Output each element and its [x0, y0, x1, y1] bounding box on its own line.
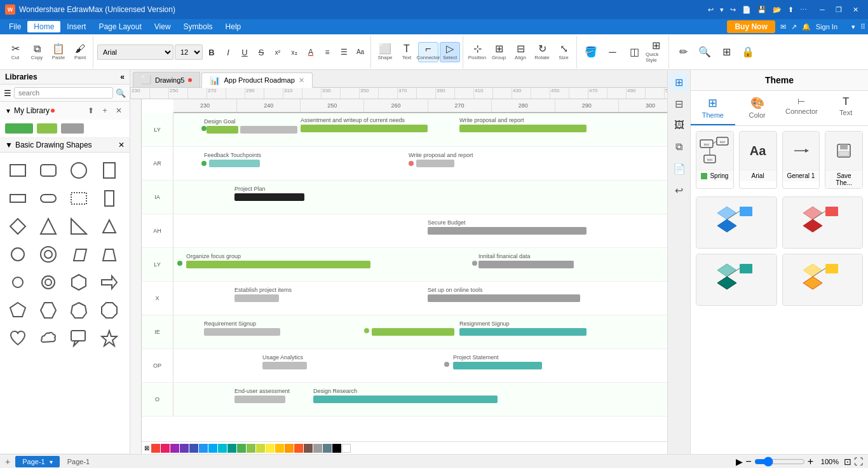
font-name-select[interactable]: Arial	[97, 45, 173, 60]
position-button[interactable]: ⊹Position	[467, 42, 487, 62]
lock-button[interactable]: 🔒	[738, 42, 758, 62]
play-button[interactable]: ▶	[736, 457, 743, 467]
color-swatch[interactable]	[256, 444, 265, 453]
my-shape-3[interactable]	[61, 123, 84, 134]
font-color-button[interactable]: A	[303, 45, 318, 60]
fill-button[interactable]: 🪣	[581, 42, 601, 62]
color-swatch[interactable]	[332, 444, 341, 453]
apps-icon[interactable]: ⠿	[860, 23, 865, 31]
menu-view[interactable]: View	[148, 21, 177, 32]
format-paint-button[interactable]: 🖌Paint	[70, 42, 90, 62]
my-shape-2[interactable]	[37, 123, 57, 134]
basic-shapes-header[interactable]: ▼ Basic Drawing Shapes ✕	[0, 138, 130, 153]
shape-diamond[interactable]	[5, 214, 31, 239]
canvas-container[interactable]: 230 240 250 260 270 280 290 300 LY	[130, 99, 667, 454]
copy-button[interactable]: ⧉Copy	[27, 42, 47, 62]
page-add-button[interactable]: +	[5, 457, 10, 467]
zoom-in-button[interactable]: +	[808, 456, 813, 467]
filter-icon[interactable]: ☰	[4, 88, 11, 98]
menu-help[interactable]: Help	[219, 21, 248, 32]
sidebar-layers-button[interactable]: ⧉	[670, 137, 689, 156]
shape-heptagon[interactable]	[66, 298, 92, 323]
color-swatch[interactable]	[342, 444, 351, 453]
my-library-export[interactable]: ⬆	[85, 105, 97, 116]
redo-button[interactable]: ↪	[728, 4, 738, 15]
menu-symbols[interactable]: Symbols	[177, 21, 219, 32]
color-swatch[interactable]	[304, 444, 313, 453]
theme-style-card-3[interactable]	[696, 254, 777, 306]
search-icon[interactable]: 🔍	[116, 88, 126, 98]
theme-card-spring[interactable]: text text text Spring	[696, 131, 734, 189]
undo-dropdown[interactable]: ▾	[717, 4, 726, 15]
shape-tool-button[interactable]: ⬜Shape	[375, 42, 395, 62]
my-library-header[interactable]: ▼ My Library ⬆ + ✕	[0, 102, 130, 120]
sidebar-grid-button[interactable]: ⊟	[670, 94, 689, 113]
color-swatch[interactable]	[237, 444, 246, 453]
strikethrough-button[interactable]: S	[254, 45, 269, 60]
basic-shapes-close[interactable]: ✕	[118, 141, 125, 149]
align-button[interactable]: ⊟Align	[510, 42, 531, 62]
zoom-out-button[interactable]: −	[745, 456, 751, 467]
sidebar-page-button[interactable]: 📄	[670, 159, 689, 178]
font-size-select[interactable]: 12	[175, 45, 203, 60]
shape-arrow-right[interactable]	[97, 270, 122, 295]
color-swatch[interactable]	[208, 444, 217, 453]
shape-parallelogram[interactable]	[66, 242, 92, 267]
cut-button[interactable]: ✂Cut	[5, 42, 25, 62]
close-button[interactable]: ✕	[848, 3, 863, 16]
right-tab-theme[interactable]: ⊞ Theme	[691, 91, 735, 125]
size-button[interactable]: ⤡Size	[553, 42, 574, 62]
color-swatch[interactable]	[247, 444, 255, 453]
roadmap-close[interactable]: ✕	[299, 76, 304, 85]
my-library-close[interactable]: ✕	[113, 105, 125, 116]
right-tab-connector[interactable]: ⊢ Connector	[780, 91, 824, 125]
right-tab-color[interactable]: 🎨 Color	[735, 91, 780, 125]
shape-isoc-triangle[interactable]	[97, 214, 122, 239]
canvas[interactable]: 230 240 250 260 270 280 290 300 LY	[142, 99, 667, 454]
superscript-button[interactable]: x²	[270, 45, 285, 60]
shape-triangle[interactable]	[36, 214, 61, 239]
tab-roadmap[interactable]: 📊 App Product Roadmap ✕	[201, 72, 312, 88]
shape-circle-xs[interactable]	[5, 270, 31, 295]
color-swatch[interactable]	[161, 444, 170, 453]
theme-card-arial[interactable]: Aa Arial	[739, 131, 777, 189]
sidebar-history-button[interactable]: ↩	[670, 181, 689, 200]
menu-file[interactable]: File	[3, 21, 27, 32]
bullets-button[interactable]: ☰	[336, 45, 351, 60]
open-button[interactable]: 📂	[770, 4, 784, 15]
shape-circle-sm[interactable]	[5, 242, 31, 267]
shape-tall-rect-sm[interactable]	[97, 186, 122, 211]
share-icon[interactable]: ↗	[791, 23, 797, 31]
menu-page-layout[interactable]: Page Layout	[92, 21, 147, 32]
arrange-button[interactable]: ⊞	[716, 42, 736, 62]
sidebar-image-button[interactable]: 🖼	[670, 116, 689, 135]
color-swatch[interactable]	[180, 444, 189, 453]
minimize-button[interactable]: ─	[815, 3, 830, 16]
shape-right-triangle[interactable]	[66, 214, 92, 239]
collapse-button[interactable]: «	[120, 72, 125, 81]
my-shape-1[interactable]	[5, 123, 33, 134]
color-swatch[interactable]	[218, 444, 227, 453]
indent-button[interactable]: ≡	[320, 45, 335, 60]
quick-style-button[interactable]: ⊞Quick Style	[646, 42, 666, 62]
more-button[interactable]: ⋯	[797, 4, 810, 15]
shape-rect[interactable]	[5, 158, 31, 183]
my-library-add[interactable]: +	[99, 105, 111, 116]
shape-hexagon[interactable]	[36, 298, 61, 323]
shape-hexagon-h[interactable]	[66, 270, 92, 295]
color-swatch[interactable]	[266, 444, 275, 453]
right-tab-text[interactable]: T Text	[824, 91, 868, 125]
shape-trapezoid[interactable]	[97, 242, 122, 267]
theme-card-save[interactable]: Save The...	[825, 131, 863, 189]
shape-star[interactable]	[97, 326, 122, 351]
export-button[interactable]: ⬆	[785, 4, 796, 15]
case-button[interactable]: Aa	[353, 45, 368, 60]
theme-style-card-2[interactable]	[782, 196, 864, 249]
shape-circle[interactable]	[66, 158, 92, 183]
color-swatch[interactable]	[285, 444, 294, 453]
color-swatch[interactable]	[170, 444, 179, 453]
shadow-button[interactable]: ◫	[624, 42, 644, 62]
palette-menu[interactable]: ⊠	[144, 444, 149, 451]
fullscreen-button[interactable]: ⛶	[854, 457, 863, 467]
page-tab-dropdown[interactable]: ▾	[50, 458, 53, 465]
